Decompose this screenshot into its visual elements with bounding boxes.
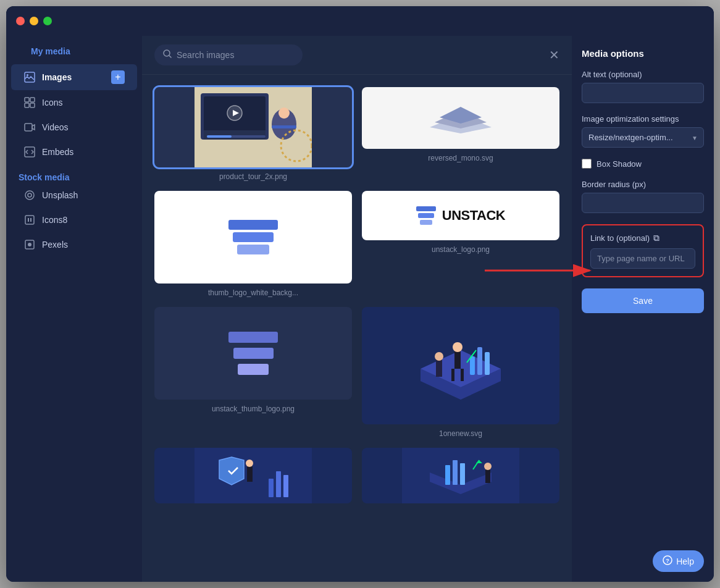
svg-point-54 bbox=[484, 463, 492, 470]
search-icon bbox=[163, 49, 172, 61]
svg-rect-3 bbox=[30, 98, 35, 102]
close-button[interactable]: ✕ bbox=[549, 49, 559, 61]
icons8-icon bbox=[23, 214, 36, 226]
svg-rect-5 bbox=[30, 103, 35, 107]
image-name-product-tour: product_tour_2x.png bbox=[154, 172, 352, 181]
svg-rect-6 bbox=[25, 124, 32, 131]
optimization-select[interactable]: Resize/nextgen-optim... None Resize only… bbox=[582, 127, 704, 148]
image-cell-product-tour[interactable]: product_tour_2x.png bbox=[154, 87, 352, 181]
svg-rect-10 bbox=[25, 216, 34, 224]
image-cell-1onenew[interactable]: 1onenew.svg bbox=[362, 307, 559, 438]
image-cell-unstack-thumb[interactable]: unstack_thumb_logo.png bbox=[154, 307, 352, 438]
svg-rect-37 bbox=[477, 347, 482, 375]
images-label: Images bbox=[42, 72, 72, 82]
embeds-label: Embeds bbox=[42, 147, 73, 157]
embeds-icon bbox=[23, 146, 36, 158]
sidebar-item-icons[interactable]: Icons bbox=[11, 90, 137, 115]
link-to-input[interactable] bbox=[590, 248, 695, 269]
svg-rect-46 bbox=[283, 475, 288, 497]
alt-text-input[interactable] bbox=[582, 83, 704, 103]
svg-point-12 bbox=[28, 243, 31, 246]
image-cell-extra2[interactable] bbox=[362, 448, 559, 503]
optimization-select-wrapper: Resize/nextgen-optim... None Resize only… bbox=[582, 127, 704, 148]
icons-nav-icon bbox=[23, 96, 36, 109]
svg-rect-38 bbox=[485, 352, 490, 375]
alt-text-label: Alt text (optional) bbox=[582, 70, 704, 79]
stock-media-section: Stock media Unsplash bbox=[6, 172, 142, 257]
image-cell-reversed-mono[interactable]: reversed_mono.svg bbox=[362, 87, 559, 181]
svg-rect-45 bbox=[276, 471, 281, 497]
main-content: My media Images + bbox=[6, 36, 714, 582]
save-button[interactable]: Save bbox=[582, 288, 704, 313]
svg-rect-42 bbox=[247, 466, 253, 482]
image-thumb-1onenew[interactable] bbox=[362, 307, 559, 424]
maximize-traffic-light[interactable] bbox=[43, 17, 52, 25]
image-cell-unstack-logo[interactable]: UNSTACK unstack_logo.png bbox=[362, 191, 559, 297]
svg-rect-2 bbox=[25, 98, 29, 102]
image-thumb-extra2[interactable] bbox=[362, 448, 559, 503]
svg-rect-25 bbox=[207, 135, 232, 138]
image-thumb-unstack-thumb[interactable] bbox=[154, 307, 352, 400]
image-cell-thumb-logo-white[interactable]: thumb_logo_white_backg... bbox=[154, 191, 352, 297]
svg-rect-17 bbox=[204, 130, 266, 140]
content-wrapper: ✕ bbox=[142, 36, 714, 582]
sidebar-item-pexels[interactable]: Pexels bbox=[11, 232, 137, 257]
image-grid: product_tour_2x.png reversed_mono.svg bbox=[142, 75, 572, 582]
box-shadow-checkbox[interactable] bbox=[582, 159, 592, 169]
unsplash-icon bbox=[23, 189, 36, 201]
videos-icon bbox=[23, 121, 36, 133]
image-thumb-logo-white[interactable] bbox=[154, 191, 352, 284]
svg-rect-35 bbox=[461, 369, 464, 381]
panel-spacer bbox=[582, 324, 704, 558]
my-media-title: My media bbox=[19, 41, 83, 61]
box-shadow-label: Box Shadow bbox=[597, 159, 642, 169]
help-circle-icon: ? bbox=[663, 555, 672, 567]
svg-point-40 bbox=[435, 352, 443, 361]
traffic-lights bbox=[16, 17, 52, 25]
border-radius-input[interactable] bbox=[582, 193, 704, 213]
panel-title: Media options bbox=[582, 48, 704, 59]
app-window: My media Images + bbox=[6, 6, 714, 582]
minimize-traffic-light[interactable] bbox=[30, 17, 38, 25]
pexels-icon bbox=[23, 238, 36, 251]
svg-point-9 bbox=[28, 193, 31, 197]
image-thumb-product-tour[interactable] bbox=[154, 87, 352, 167]
sidebar: My media Images + bbox=[6, 36, 142, 582]
svg-rect-41 bbox=[195, 448, 312, 503]
image-thumb-reversed-mono[interactable] bbox=[362, 87, 559, 149]
sidebar-item-videos[interactable]: Videos bbox=[11, 115, 137, 140]
sidebar-item-images[interactable]: Images + bbox=[11, 64, 137, 90]
svg-point-8 bbox=[25, 191, 34, 200]
image-thumb-extra1[interactable] bbox=[154, 448, 352, 503]
image-thumb-unstack-logo[interactable]: UNSTACK bbox=[362, 191, 559, 240]
sidebar-item-embeds[interactable]: Embeds bbox=[11, 140, 137, 164]
svg-point-1 bbox=[27, 74, 28, 76]
content-area: ✕ bbox=[142, 36, 572, 582]
icons8-label: Icons8 bbox=[42, 215, 67, 225]
videos-label: Videos bbox=[42, 122, 69, 132]
svg-rect-50 bbox=[453, 460, 458, 485]
link-to-section: Link to (optional) ⧉ bbox=[582, 224, 704, 277]
svg-rect-51 bbox=[460, 463, 465, 485]
sidebar-item-icons8[interactable]: Icons8 bbox=[11, 208, 137, 232]
image-name-reversed-mono: reversed_mono.svg bbox=[362, 154, 559, 162]
help-button[interactable]: ? Help bbox=[653, 550, 704, 572]
right-panel: Media options Alt text (optional) Image … bbox=[572, 36, 714, 582]
close-traffic-light[interactable] bbox=[16, 17, 25, 25]
border-radius-field: Border radius (px) bbox=[582, 180, 704, 213]
box-shadow-row: Box Shadow bbox=[582, 159, 704, 169]
optimization-label: Image optimization settings bbox=[582, 114, 704, 124]
svg-point-21 bbox=[278, 107, 290, 119]
link-external-icon: ⧉ bbox=[653, 233, 659, 243]
image-cell-extra1[interactable] bbox=[154, 448, 352, 503]
add-image-button[interactable]: + bbox=[111, 70, 125, 84]
search-bar-row: ✕ bbox=[142, 36, 572, 75]
search-input[interactable] bbox=[177, 50, 294, 60]
image-name-thumb-logo-white: thumb_logo_white_backg... bbox=[154, 288, 352, 297]
svg-rect-49 bbox=[445, 465, 450, 485]
unsplash-label: Unsplash bbox=[42, 190, 78, 200]
titlebar bbox=[6, 6, 714, 36]
link-to-label: Link to (optional) ⧉ bbox=[590, 233, 695, 243]
stock-media-title: Stock media bbox=[6, 167, 82, 187]
help-label: Help bbox=[676, 556, 694, 566]
